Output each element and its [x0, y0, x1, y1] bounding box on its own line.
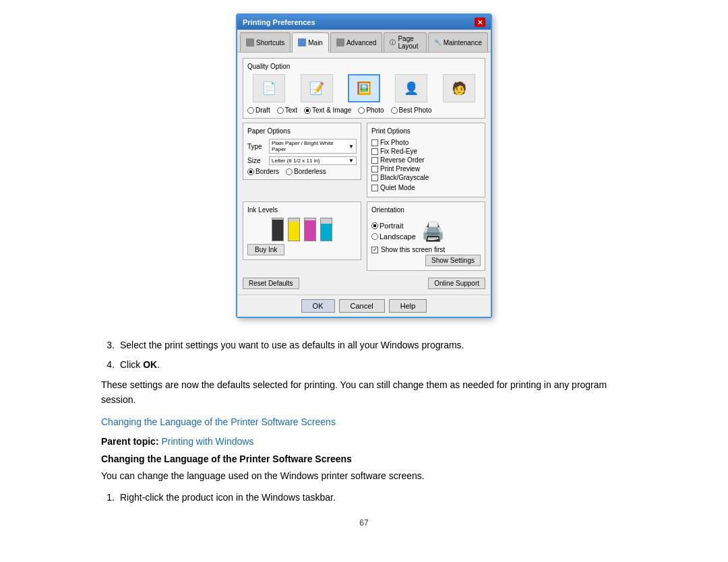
fix-photo-checkbox [371, 139, 378, 146]
close-button[interactable]: ✕ [475, 18, 485, 27]
paper-print-section: Paper Options Type Plain Paper / Bright … [243, 123, 485, 201]
black-grayscale-option[interactable]: Black/Grayscale [371, 174, 481, 181]
tab-page-layout[interactable]: ⓘ Page Layout [384, 32, 426, 52]
paper-options-section: Paper Options Type Plain Paper / Bright … [243, 123, 361, 180]
show-screen-checkbox[interactable]: ✓ [371, 247, 378, 253]
cyan-ink-bar [320, 218, 332, 241]
sub-step-1-text: Right-click the product icon in the Wind… [120, 491, 336, 505]
magenta-ink [304, 218, 316, 241]
printer-orientation-icon: 🖨️ [420, 218, 447, 245]
ink-levels-col: Ink Levels [243, 201, 361, 275]
borders-circle [247, 168, 254, 175]
ink-orientation-section: Ink Levels [243, 201, 485, 275]
radio-photo-circle [358, 107, 365, 114]
cyan-ink [320, 218, 332, 241]
ink-bars [247, 218, 357, 241]
photo-icon-box[interactable]: 👤 [395, 74, 427, 102]
radio-best-photo[interactable]: Best Photo [391, 106, 432, 114]
paper-size-value: Letter (8 1/2 x 11 in) [272, 158, 320, 164]
bottom-buttons-row: Reset Defaults Online Support [243, 278, 485, 289]
text-image-icon-box[interactable]: 🖼️ [348, 74, 380, 102]
text-icon-box[interactable]: 📝 [301, 74, 333, 102]
reverse-order-checkbox [371, 157, 378, 164]
orientation-label: Orientation [371, 206, 481, 214]
radio-landscape[interactable]: Landscape [371, 232, 416, 241]
orientation-col: Orientation Portrait Landscape [367, 201, 485, 275]
radio-text[interactable]: Text [277, 106, 297, 114]
reverse-order-option[interactable]: Reverse Order [371, 156, 481, 164]
black-ink-bar [272, 218, 284, 241]
radio-text-image-circle [304, 107, 311, 114]
radio-draft-circle [247, 107, 254, 114]
sub-step-1: 1. Right-click the product icon in the W… [101, 491, 627, 505]
sub-steps-list: 1. Right-click the product icon in the W… [101, 491, 627, 505]
cancel-button[interactable]: Cancel [339, 299, 385, 313]
tab-shortcuts[interactable]: Shortcuts [240, 32, 291, 52]
size-label: Size [247, 157, 266, 164]
radio-portrait[interactable]: Portrait [371, 222, 416, 230]
tab-advanced[interactable]: Advanced [330, 32, 382, 52]
radio-draft[interactable]: Draft [247, 106, 270, 114]
paper-options-col: Paper Options Type Plain Paper / Bright … [243, 123, 361, 201]
radio-text-image[interactable]: Text & Image [304, 106, 351, 114]
fix-red-eye-option[interactable]: Fix Red-Eye [371, 148, 481, 155]
black-ink [272, 218, 284, 241]
online-support-button[interactable]: Online Support [428, 278, 485, 289]
borderless-circle [286, 168, 293, 175]
size-dropdown-arrow: ▼ [348, 158, 354, 164]
parent-topic-label: Parent topic: [101, 436, 159, 447]
radio-borderless[interactable]: Borderless [286, 168, 326, 175]
yellow-ink-bar [288, 218, 300, 241]
ok-button[interactable]: OK [301, 299, 335, 313]
parent-topic-link[interactable]: Printing with Windows [161, 436, 253, 447]
fix-photo-option[interactable]: Fix Photo [371, 139, 481, 146]
best-photo-icon-box[interactable]: 🧑 [443, 74, 475, 102]
type-label: Type [247, 143, 266, 150]
quiet-mode-option[interactable]: Quiet Mode [371, 184, 481, 191]
radio-best-photo-circle [391, 107, 398, 114]
show-screen-label: Show this screen first [381, 246, 445, 253]
radio-photo[interactable]: Photo [358, 106, 384, 114]
quality-option-label: Quality Option [247, 63, 481, 70]
border-radio-row: Borders Borderless [247, 168, 357, 175]
reset-defaults-button[interactable]: Reset Defaults [243, 278, 299, 289]
window-body: Quality Option 📄 📝 🖼️ 👤 🧑 Draft Text [237, 53, 491, 294]
section-heading: Changing the Language of the Printer Sof… [101, 454, 627, 464]
help-button[interactable]: Help [389, 299, 427, 313]
radio-borders[interactable]: Borders [247, 168, 279, 175]
print-options-label: Print Options [371, 127, 481, 135]
step-4-text: Click OK. [120, 358, 160, 372]
changing-language-link[interactable]: Changing the Language of the Printer Sof… [101, 416, 336, 427]
page-number: 67 [101, 518, 627, 528]
maintenance-icon: 🔧 [434, 39, 442, 46]
print-preview-option[interactable]: Print Preview [371, 165, 481, 173]
show-settings-button[interactable]: Show Settings [425, 255, 481, 266]
orientation-section: Orientation Portrait Landscape [367, 201, 485, 271]
ink-levels-label: Ink Levels [247, 206, 357, 214]
show-screen-row: ✓ Show this screen first [371, 246, 481, 253]
section-body: You can change the language used on the … [101, 468, 627, 483]
paper-type-row: Type Plain Paper / Bright White Paper ▼ [247, 139, 357, 154]
paper-type-value: Plain Paper / Bright White Paper [272, 140, 348, 152]
step-3-number: 3. [101, 338, 115, 352]
window-title: Printing Preferences [243, 18, 315, 26]
printing-preferences-window: Printing Preferences ✕ Shortcuts Main Ad… [236, 13, 492, 318]
paper-type-dropdown[interactable]: Plain Paper / Bright White Paper ▼ [269, 139, 357, 154]
draft-icon-box[interactable]: 📄 [253, 74, 285, 102]
document-content: 3. Select the print settings you want to… [101, 338, 627, 528]
landscape-circle [371, 233, 378, 240]
step-3-text: Select the print settings you want to us… [120, 338, 464, 352]
quality-radio-row: Draft Text Text & Image Photo Best Photo [247, 106, 481, 114]
tab-main[interactable]: Main [292, 32, 329, 53]
paper-size-row: Size Letter (8 1/2 x 11 in) ▼ [247, 156, 357, 165]
step-4-number: 4. [101, 358, 115, 372]
yellow-ink [288, 218, 300, 241]
buy-ink-button[interactable]: Buy Ink [247, 244, 284, 255]
main-icon [298, 38, 306, 46]
paper-options-label: Paper Options [247, 127, 357, 135]
link1-paragraph: Changing the Language of the Printer Sof… [101, 414, 627, 429]
radio-text-circle [277, 107, 284, 114]
parent-topic-paragraph: Parent topic: Printing with Windows [101, 436, 627, 447]
paper-size-dropdown[interactable]: Letter (8 1/2 x 11 in) ▼ [269, 156, 357, 165]
tab-maintenance[interactable]: 🔧 Maintenance [428, 32, 488, 52]
